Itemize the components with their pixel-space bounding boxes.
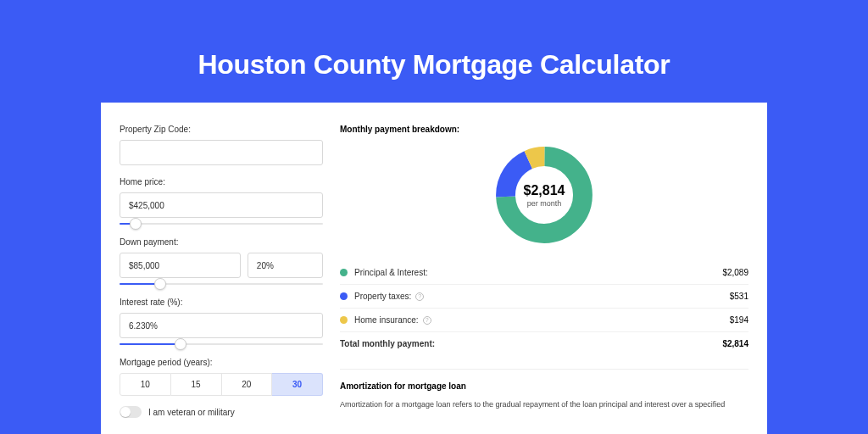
- period-btn-20[interactable]: 20: [222, 373, 273, 396]
- rate-input[interactable]: [120, 313, 323, 338]
- swatch-icon: [340, 269, 348, 276]
- legend-row-total: Total monthly payment:$2,814: [340, 331, 748, 355]
- amortization-text: Amortization for a mortgage loan refers …: [340, 399, 748, 410]
- form-column: Property Zip Code: Home price: Down paym…: [120, 125, 323, 434]
- down-percent-input[interactable]: [248, 253, 323, 278]
- rate-label: Interest rate (%):: [120, 298, 323, 307]
- legend-row-tax: Property taxes:?$531: [340, 284, 748, 308]
- page-title: Houston County Mortgage Calculator: [0, 49, 868, 81]
- calculator-card: Property Zip Code: Home price: Down paym…: [101, 103, 767, 434]
- legend-label: Principal & Interest:: [354, 268, 428, 277]
- rate-slider[interactable]: [120, 339, 323, 349]
- veteran-label: I am veteran or military: [148, 408, 235, 417]
- legend-label: Home insurance:?: [354, 315, 431, 325]
- legend-row-ins: Home insurance:?$194: [340, 308, 748, 331]
- amortization-title: Amortization for mortgage loan: [340, 381, 748, 391]
- breakdown-title: Monthly payment breakdown:: [340, 125, 748, 134]
- veteran-toggle[interactable]: [120, 406, 142, 418]
- price-label: Home price:: [120, 177, 323, 186]
- zip-input[interactable]: [120, 140, 323, 165]
- breakdown-column: Monthly payment breakdown: $2,814 per mo…: [340, 125, 748, 434]
- total-label: Total monthly payment:: [340, 339, 435, 348]
- total-value: $2,814: [722, 339, 748, 348]
- period-group: 10152030: [120, 373, 323, 396]
- donut-center: $2,814 per month: [524, 183, 565, 208]
- swatch-icon: [340, 316, 348, 324]
- period-label: Mortgage period (years):: [120, 358, 323, 367]
- amortization-section: Amortization for mortgage loan Amortizat…: [340, 369, 748, 410]
- slider-thumb-icon[interactable]: [154, 278, 166, 290]
- period-btn-30[interactable]: 30: [272, 373, 323, 396]
- legend-value: $2,089: [722, 268, 748, 277]
- info-icon[interactable]: ?: [423, 316, 431, 325]
- swatch-icon: [340, 292, 348, 300]
- down-label: Down payment:: [120, 237, 323, 247]
- hero: Houston County Mortgage Calculator: [0, 0, 868, 81]
- legend-label: Property taxes:?: [354, 292, 424, 301]
- zip-label: Property Zip Code:: [120, 125, 323, 134]
- donut-sub: per month: [524, 199, 565, 208]
- period-btn-10[interactable]: 10: [120, 373, 171, 396]
- info-icon[interactable]: ?: [415, 292, 424, 301]
- legend: Principal & Interest:$2,089Property taxe…: [340, 261, 748, 355]
- period-btn-15[interactable]: 15: [171, 373, 222, 396]
- price-input[interactable]: [120, 192, 323, 218]
- down-amount-input[interactable]: [120, 253, 241, 278]
- slider-thumb-icon[interactable]: [175, 338, 186, 350]
- legend-value: $194: [730, 315, 748, 325]
- legend-row-pi: Principal & Interest:$2,089: [340, 261, 748, 284]
- donut-amount: $2,814: [524, 183, 565, 198]
- legend-value: $531: [730, 292, 748, 301]
- down-slider[interactable]: [120, 279, 323, 289]
- veteran-row: I am veteran or military: [120, 406, 323, 418]
- donut-chart: $2,814 per month: [340, 144, 748, 246]
- price-slider[interactable]: [120, 219, 323, 229]
- toggle-knob-icon: [120, 407, 131, 417]
- slider-thumb-icon[interactable]: [130, 218, 142, 230]
